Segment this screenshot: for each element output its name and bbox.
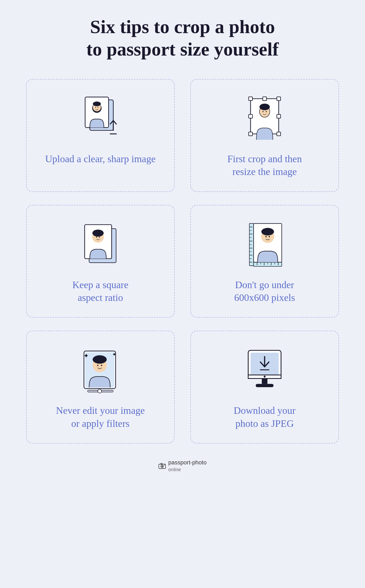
svg-point-73 <box>161 466 163 467</box>
svg-point-56 <box>93 355 107 364</box>
brand-name: passport-photoonline <box>168 459 207 473</box>
card-pixels-label: Don't go under600x600 pixels <box>234 278 295 304</box>
card-download-label: Download yourphoto as JPEG <box>234 404 295 430</box>
svg-point-21 <box>266 111 267 112</box>
svg-rect-13 <box>277 132 281 136</box>
svg-point-25 <box>92 229 104 237</box>
pixels-icon <box>241 219 288 271</box>
card-no-edit: ✦ ✦ Never edit your imageor apply filter… <box>26 331 175 444</box>
svg-point-62 <box>98 389 101 393</box>
card-no-edit-icon-area: ✦ ✦ <box>37 342 164 399</box>
svg-text:✦: ✦ <box>83 352 89 360</box>
svg-rect-17 <box>277 114 281 118</box>
svg-point-6 <box>98 107 99 108</box>
svg-point-5 <box>95 107 96 108</box>
tips-grid: Upload a clear, sharp image <box>26 79 339 444</box>
svg-rect-11 <box>277 97 281 100</box>
download-jpeg-icon <box>241 344 288 396</box>
square-aspect-icon <box>77 219 124 271</box>
svg-point-4 <box>93 101 101 106</box>
card-upload-icon-area <box>37 90 164 147</box>
svg-text:✦: ✦ <box>112 351 117 357</box>
svg-point-58 <box>101 365 102 366</box>
card-pixels: Don't go under600x600 pixels <box>190 205 339 318</box>
card-crop-resize: First crop and thenresize the image <box>190 79 339 192</box>
svg-point-75 <box>164 465 165 465</box>
card-upload: Upload a clear, sharp image <box>26 79 175 192</box>
page-title: Six tips to crop a photo to passport siz… <box>86 16 279 61</box>
svg-point-51 <box>265 236 267 237</box>
card-pixels-icon-area <box>201 216 328 273</box>
svg-rect-74 <box>161 463 162 464</box>
svg-rect-12 <box>249 132 252 136</box>
card-no-edit-label: Never edit your imageor apply filters <box>56 404 145 430</box>
footer: passport-photoonline <box>159 459 207 473</box>
brand-logo: passport-photoonline <box>159 459 207 473</box>
upload-photo-icon <box>77 93 124 145</box>
card-aspect-ratio: Keep a squareaspect ratio <box>26 205 175 318</box>
svg-point-70 <box>264 376 265 378</box>
card-crop-resize-icon-area <box>201 90 328 147</box>
svg-point-50 <box>261 228 274 235</box>
svg-point-20 <box>262 111 264 112</box>
camera-icon <box>159 463 166 469</box>
svg-point-27 <box>99 237 100 238</box>
svg-point-19 <box>259 104 270 110</box>
card-aspect-ratio-icon-area <box>37 216 164 273</box>
card-download: Download yourphoto as JPEG <box>190 331 339 444</box>
card-aspect-ratio-label: Keep a squareaspect ratio <box>72 278 128 304</box>
svg-rect-68 <box>256 384 273 387</box>
svg-point-52 <box>269 236 270 237</box>
no-edit-icon: ✦ ✦ <box>77 344 124 396</box>
svg-point-57 <box>97 365 98 366</box>
card-upload-label: Upload a clear, sharp image <box>45 153 156 165</box>
svg-rect-14 <box>263 97 266 100</box>
svg-point-26 <box>96 237 97 238</box>
crop-resize-icon <box>241 93 288 145</box>
card-download-icon-area <box>201 342 328 399</box>
card-crop-resize-label: First crop and thenresize the image <box>227 153 302 178</box>
svg-rect-16 <box>249 114 252 118</box>
svg-rect-10 <box>249 97 252 100</box>
